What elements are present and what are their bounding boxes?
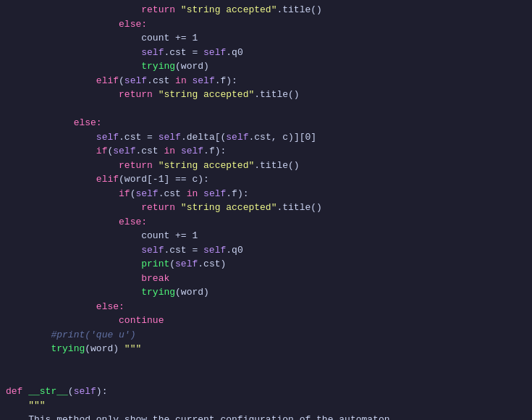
code-line: trying(word): [0, 59, 532, 74]
code-content: return "string accepted".title() else: c…: [0, 0, 532, 420]
code-line: [0, 356, 532, 371]
code-line: self.cst = self.q0: [0, 243, 532, 258]
code-line: break: [0, 272, 532, 286]
code-line: else:: [0, 215, 532, 230]
code-line: self.cst = self.q0: [0, 46, 532, 60]
code-line: """: [0, 398, 532, 413]
code-line: trying(word): [0, 285, 532, 300]
code-line: return "string accepted".title(): [0, 159, 532, 173]
code-line: if(self.cst in self.f):: [0, 187, 532, 201]
code-line: self.cst = self.delta[(self.cst, c)][0]: [0, 130, 532, 145]
code-line: count += 1: [0, 31, 532, 46]
code-line: [0, 102, 532, 117]
code-line: continue: [0, 314, 532, 328]
code-line: [0, 370, 532, 385]
code-line: return "string accepted".title(): [0, 88, 532, 102]
code-line: else:: [0, 116, 532, 130]
code-line: elif(word[-1] == c):: [0, 172, 532, 187]
code-line: else:: [0, 17, 532, 32]
code-line: print(self.cst): [0, 257, 532, 272]
code-line: This method only show the current config…: [0, 413, 532, 421]
code-editor: return "string accepted".title() else: c…: [0, 0, 532, 420]
code-line: return "string accepted".title(): [0, 201, 532, 215]
code-line: return "string accepted".title(): [0, 3, 532, 17]
code-line: count += 1: [0, 229, 532, 243]
code-line: def __str__(self):: [0, 385, 532, 399]
code-line: trying(word) """: [0, 342, 532, 356]
code-line: #print('que u'): [0, 328, 532, 343]
code-line: else:: [0, 300, 532, 314]
code-line: if(self.cst in self.f):: [0, 144, 532, 159]
code-line: elif(self.cst in self.f):: [0, 74, 532, 88]
